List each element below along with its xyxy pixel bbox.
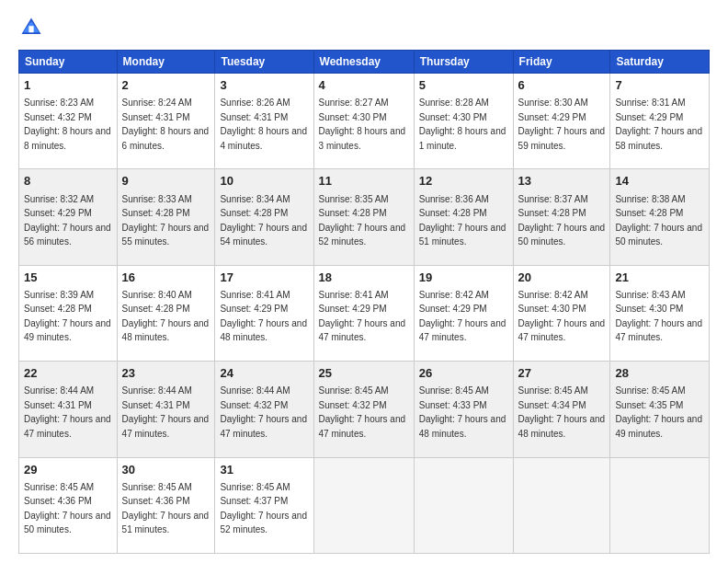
calendar-cell [414,457,513,553]
logo-icon [18,15,44,40]
svg-rect-2 [28,26,33,32]
calendar-cell: 29Sunrise: 8:45 AMSunset: 4:36 PMDayligh… [19,457,118,553]
day-number: 6 [518,77,606,94]
calendar-cell: 13Sunrise: 8:37 AMSunset: 4:28 PMDayligh… [513,169,610,265]
calendar-cell: 16Sunrise: 8:40 AMSunset: 4:28 PMDayligh… [117,265,215,361]
calendar-cell: 9Sunrise: 8:33 AMSunset: 4:28 PMDaylight… [117,169,215,265]
day-number: 12 [419,173,508,190]
day-header-tuesday: Tuesday [215,51,313,74]
day-info: Sunrise: 8:44 AMSunset: 4:31 PMDaylight:… [122,385,210,439]
calendar-cell: 17Sunrise: 8:41 AMSunset: 4:29 PMDayligh… [215,265,313,361]
calendar-cell: 18Sunrise: 8:41 AMSunset: 4:29 PMDayligh… [313,265,414,361]
day-info: Sunrise: 8:37 AMSunset: 4:28 PMDaylight:… [518,194,606,247]
day-number: 7 [615,77,704,94]
day-info: Sunrise: 8:45 AMSunset: 4:36 PMDaylight:… [24,482,111,535]
calendar-cell: 4Sunrise: 8:27 AMSunset: 4:30 PMDaylight… [313,74,414,169]
day-info: Sunrise: 8:36 AMSunset: 4:28 PMDaylight:… [419,194,506,247]
calendar-week-row: 22Sunrise: 8:44 AMSunset: 4:31 PMDayligh… [19,362,710,457]
calendar-cell: 1Sunrise: 8:23 AMSunset: 4:32 PMDaylight… [19,74,118,169]
day-info: Sunrise: 8:26 AMSunset: 4:31 PMDaylight:… [220,98,307,151]
calendar-cell: 23Sunrise: 8:44 AMSunset: 4:31 PMDayligh… [117,362,215,457]
day-number: 1 [24,77,112,94]
calendar-cell: 20Sunrise: 8:42 AMSunset: 4:30 PMDayligh… [513,265,610,361]
day-info: Sunrise: 8:44 AMSunset: 4:31 PMDaylight:… [24,385,111,439]
day-number: 25 [319,365,409,382]
day-number: 24 [220,365,308,382]
calendar-cell: 22Sunrise: 8:44 AMSunset: 4:31 PMDayligh… [19,362,118,457]
calendar-cell: 7Sunrise: 8:31 AMSunset: 4:29 PMDaylight… [610,74,710,169]
day-info: Sunrise: 8:45 AMSunset: 4:32 PMDaylight:… [319,385,406,439]
header [18,15,710,40]
page: SundayMondayTuesdayWednesdayThursdayFrid… [0,0,728,563]
calendar-week-row: 8Sunrise: 8:32 AMSunset: 4:29 PMDaylight… [19,169,710,265]
day-number: 29 [24,462,112,478]
day-number: 22 [24,365,112,382]
day-info: Sunrise: 8:42 AMSunset: 4:29 PMDaylight:… [419,290,506,343]
day-number: 11 [319,173,409,190]
day-number: 20 [518,270,606,286]
day-info: Sunrise: 8:43 AMSunset: 4:30 PMDaylight:… [615,290,702,343]
day-number: 10 [220,173,308,190]
calendar-cell: 3Sunrise: 8:26 AMSunset: 4:31 PMDaylight… [215,74,313,169]
calendar-cell [513,457,610,553]
day-info: Sunrise: 8:24 AMSunset: 4:31 PMDaylight:… [122,98,210,151]
day-info: Sunrise: 8:41 AMSunset: 4:29 PMDaylight:… [319,290,406,343]
day-info: Sunrise: 8:40 AMSunset: 4:28 PMDaylight:… [122,290,210,343]
day-number: 14 [615,173,704,190]
day-number: 13 [518,173,606,190]
day-number: 9 [122,173,210,190]
day-info: Sunrise: 8:39 AMSunset: 4:28 PMDaylight:… [24,290,111,343]
calendar-cell: 25Sunrise: 8:45 AMSunset: 4:32 PMDayligh… [313,362,414,457]
day-number: 2 [122,77,210,94]
day-info: Sunrise: 8:45 AMSunset: 4:33 PMDaylight:… [419,385,506,439]
day-number: 3 [220,77,308,94]
day-number: 15 [24,270,112,286]
day-info: Sunrise: 8:31 AMSunset: 4:29 PMDaylight:… [615,98,702,151]
calendar-cell: 2Sunrise: 8:24 AMSunset: 4:31 PMDaylight… [117,74,215,169]
day-number: 23 [122,365,210,382]
day-number: 31 [220,462,308,478]
day-header-monday: Monday [117,51,215,74]
day-info: Sunrise: 8:44 AMSunset: 4:32 PMDaylight:… [220,385,307,439]
day-info: Sunrise: 8:38 AMSunset: 4:28 PMDaylight:… [615,194,702,247]
calendar-cell: 15Sunrise: 8:39 AMSunset: 4:28 PMDayligh… [19,265,118,361]
day-number: 19 [419,270,508,286]
calendar-cell: 12Sunrise: 8:36 AMSunset: 4:28 PMDayligh… [414,169,513,265]
calendar-cell: 31Sunrise: 8:45 AMSunset: 4:37 PMDayligh… [215,457,313,553]
calendar-cell: 6Sunrise: 8:30 AMSunset: 4:29 PMDaylight… [513,74,610,169]
calendar-cell [610,457,710,553]
calendar-week-row: 1Sunrise: 8:23 AMSunset: 4:32 PMDaylight… [19,74,710,169]
calendar-week-row: 29Sunrise: 8:45 AMSunset: 4:36 PMDayligh… [19,457,710,553]
day-number: 21 [615,270,704,286]
calendar-cell: 24Sunrise: 8:44 AMSunset: 4:32 PMDayligh… [215,362,313,457]
calendar-cell: 27Sunrise: 8:45 AMSunset: 4:34 PMDayligh… [513,362,610,457]
day-number: 17 [220,270,308,286]
day-info: Sunrise: 8:45 AMSunset: 4:37 PMDaylight:… [220,482,307,535]
calendar-cell: 26Sunrise: 8:45 AMSunset: 4:33 PMDayligh… [414,362,513,457]
day-info: Sunrise: 8:27 AMSunset: 4:30 PMDaylight:… [319,98,406,151]
day-header-sunday: Sunday [19,51,118,74]
day-number: 8 [24,173,112,190]
day-number: 27 [518,365,606,382]
calendar-body: 1Sunrise: 8:23 AMSunset: 4:32 PMDaylight… [19,74,710,554]
calendar-cell: 10Sunrise: 8:34 AMSunset: 4:28 PMDayligh… [215,169,313,265]
calendar-cell [313,457,414,553]
day-info: Sunrise: 8:42 AMSunset: 4:30 PMDaylight:… [518,290,606,343]
day-header-saturday: Saturday [610,51,710,74]
logo [18,15,48,40]
day-header-friday: Friday [513,51,610,74]
day-number: 16 [122,270,210,286]
day-header-thursday: Thursday [414,51,513,74]
calendar-cell: 19Sunrise: 8:42 AMSunset: 4:29 PMDayligh… [414,265,513,361]
day-number: 5 [419,77,508,94]
calendar-header-row: SundayMondayTuesdayWednesdayThursdayFrid… [19,51,710,74]
day-info: Sunrise: 8:30 AMSunset: 4:29 PMDaylight:… [518,98,606,151]
calendar-week-row: 15Sunrise: 8:39 AMSunset: 4:28 PMDayligh… [19,265,710,361]
day-info: Sunrise: 8:34 AMSunset: 4:28 PMDaylight:… [220,194,307,247]
calendar-table: SundayMondayTuesdayWednesdayThursdayFrid… [18,50,710,554]
day-info: Sunrise: 8:45 AMSunset: 4:34 PMDaylight:… [518,385,606,439]
calendar-cell: 11Sunrise: 8:35 AMSunset: 4:28 PMDayligh… [313,169,414,265]
calendar-cell: 14Sunrise: 8:38 AMSunset: 4:28 PMDayligh… [610,169,710,265]
calendar-cell: 8Sunrise: 8:32 AMSunset: 4:29 PMDaylight… [19,169,118,265]
day-number: 18 [319,270,409,286]
